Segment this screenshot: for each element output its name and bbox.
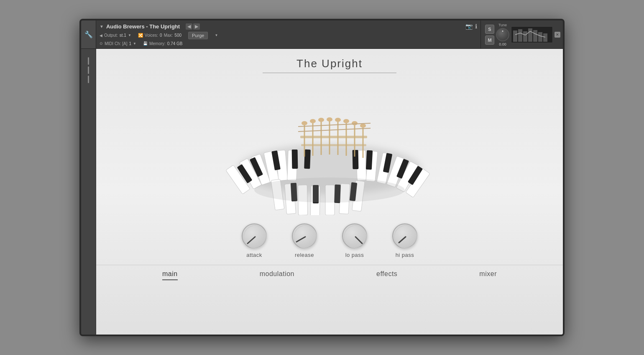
tune-knob-indicator [502, 30, 503, 32]
midi-dropdown-icon[interactable]: ▼ [133, 42, 136, 46]
svg-point-52 [318, 118, 324, 122]
screenshot-icon[interactable]: 📷 [465, 23, 473, 30]
piano-visual [204, 77, 455, 219]
purge-dropdown[interactable]: ▼ [215, 33, 218, 37]
tab-effects[interactable]: effects [376, 270, 397, 280]
outer-frame: 🔧 ▼ Audio Brewers - The Upright ◀ ▶ 📷 ℹ … [79, 19, 565, 336]
top-bar: 🔧 ▼ Audio Brewers - The Upright ◀ ▶ 📷 ℹ … [81, 20, 563, 49]
memory-value: 0.74 GB [167, 41, 183, 46]
controls-row: attack release [242, 223, 417, 258]
svg-line-70 [399, 237, 406, 243]
instrument-title-row: ▼ Audio Brewers - The Upright ◀ ▶ 📷 ℹ [100, 23, 477, 30]
tab-modulation[interactable]: modulation [260, 270, 294, 280]
svg-line-66 [296, 237, 305, 242]
piano-svg-container [204, 77, 455, 219]
top-bar-logo: 🔧 [81, 20, 96, 48]
voices-value: 0 [160, 33, 162, 38]
side-line-3 [88, 76, 89, 83]
output-label: Output: [104, 33, 118, 38]
hipass-label: hi pass [396, 252, 414, 258]
tune-knob-area: Tune 0.00 [496, 23, 509, 46]
lopass-knob-svg [343, 224, 368, 249]
svg-point-62 [254, 178, 405, 203]
midi-info: ⊙ MIDI Ch: [A] 1 ▼ [100, 41, 136, 46]
voices-label: Voices: [145, 33, 158, 38]
svg-point-56 [352, 121, 358, 125]
svg-rect-32 [304, 150, 311, 169]
nav-arrows: ◀ ▶ [186, 23, 200, 30]
s-button[interactable]: S [485, 25, 494, 34]
side-panel [81, 49, 96, 335]
tune-knob[interactable] [496, 28, 509, 41]
svg-point-55 [343, 119, 349, 123]
plugin-title: The Upright [263, 57, 396, 73]
midi-icon: ⊙ [100, 41, 103, 46]
wrench-icon: 🔧 [84, 30, 93, 38]
inner-frame: 🔧 ▼ Audio Brewers - The Upright ◀ ▶ 📷 ℹ … [81, 20, 563, 335]
release-label: release [295, 252, 314, 258]
attack-knob[interactable] [242, 223, 267, 248]
output-info: ◀ Output: st.1 ▼ [100, 33, 131, 38]
midi-row: ⊙ MIDI Ch: [A] 1 ▼ 💾 Memory: 0.74 GB [100, 41, 477, 46]
info-icon[interactable]: ℹ [475, 23, 477, 30]
midi-label: MIDI Ch: [A] [105, 41, 127, 46]
max-value: 500 [174, 33, 181, 38]
close-button[interactable]: ✕ [555, 32, 560, 38]
side-line-2 [88, 66, 89, 74]
attack-knob-svg [243, 224, 268, 249]
output-dropdown-icon[interactable]: ▼ [128, 33, 131, 37]
midi-value[interactable]: 1 [129, 41, 131, 46]
side-lines [88, 57, 89, 83]
svg-line-64 [248, 237, 255, 243]
hipass-knob-svg [393, 224, 418, 249]
svg-line-68 [355, 237, 362, 243]
release-knob[interactable] [292, 223, 317, 248]
output-arrow: ◀ [100, 33, 102, 38]
info-row: ◀ Output: st.1 ▼ 🔀 Voices: 0 Max: 500 Pu… [100, 32, 477, 39]
lopass-knob[interactable] [342, 223, 367, 248]
svg-rect-34 [366, 150, 373, 170]
svg-point-51 [310, 119, 316, 123]
tune-label: Tune [498, 23, 507, 27]
instrument-name: Audio Brewers - The Upright [106, 23, 180, 30]
nav-prev-button[interactable]: ◀ [186, 23, 192, 30]
tab-main[interactable]: main [162, 270, 178, 280]
release-knob-svg [293, 224, 318, 249]
svg-rect-31 [292, 150, 298, 169]
memory-icon: 💾 [143, 41, 148, 46]
svg-point-54 [335, 118, 341, 122]
top-bar-center: ▼ Audio Brewers - The Upright ◀ ▶ 📷 ℹ ◀ … [96, 20, 480, 48]
m-button[interactable]: M [485, 36, 494, 45]
memory-info: 💾 Memory: 0.74 GB [143, 41, 183, 46]
eq-svg [512, 27, 552, 42]
svg-point-57 [360, 124, 366, 128]
output-value[interactable]: st.1 [120, 33, 126, 38]
content-area: The Upright [81, 49, 563, 335]
svg-rect-59 [301, 144, 366, 146]
svg-rect-4 [528, 28, 532, 42]
svg-point-53 [327, 117, 332, 122]
svg-rect-58 [300, 136, 367, 138]
voices-info: 🔀 Voices: 0 Max: 500 [138, 33, 181, 38]
svg-line-60 [298, 128, 371, 132]
plugin-body: The Upright [96, 49, 563, 335]
tab-mixer[interactable]: mixer [479, 270, 497, 280]
piano-illustration [208, 81, 451, 215]
svg-rect-6 [538, 32, 542, 42]
svg-rect-5 [533, 30, 537, 42]
svg-rect-33 [353, 150, 359, 169]
purge-button[interactable]: Purge [188, 32, 208, 39]
max-label: Max: [164, 33, 173, 38]
nav-next-button[interactable]: ▶ [193, 23, 200, 30]
svg-rect-7 [543, 33, 547, 42]
lopass-group: lo pass [342, 223, 367, 258]
instrument-dropdown-arrow[interactable]: ▼ [100, 24, 104, 29]
top-bar-right: S M Tune 0.00 [480, 20, 563, 48]
tune-value: 0.00 [499, 42, 506, 46]
sm-panel: S M [485, 25, 494, 45]
lopass-label: lo pass [345, 252, 364, 258]
svg-rect-3 [523, 31, 527, 42]
svg-point-50 [302, 121, 307, 125]
hipass-knob[interactable] [392, 223, 417, 248]
attack-group: attack [242, 223, 267, 258]
